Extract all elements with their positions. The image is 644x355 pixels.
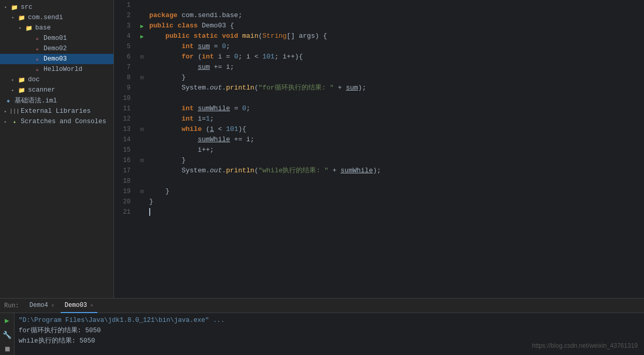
- code-line-4: public static void main(String[] args) {: [149, 31, 644, 41]
- run-tab-demo4[interactable]: Demo4 ✕: [25, 299, 59, 313]
- gutter-row: [137, 114, 147, 124]
- code-view[interactable]: 1 2 3 4 5 6 7 8 9 10 11 12 13 14 15 16 1…: [114, 0, 644, 298]
- folder-icon: 📁: [18, 76, 26, 84]
- sidebar-item-external-libraries[interactable]: ▸ ||| External Libraries: [0, 106, 113, 116]
- code-line-17: System.out.println("while执行的结果: " + sumW…: [149, 166, 644, 176]
- run-tab-bar: Run: Demo4 ✕ Demo03 ✕: [0, 299, 644, 313]
- code-editor: 1 2 3 4 5 6 7 8 9 10 11 12 13 14 15 16 1…: [114, 0, 644, 298]
- line-num: 16: [118, 155, 131, 166]
- code-line-9: System.out.println("for循环执行的结果: " + sum)…: [149, 83, 644, 93]
- java-icon: ☕: [33, 65, 41, 73]
- gutter-row-fold[interactable]: ⊟: [137, 52, 147, 62]
- gutter-row: [137, 145, 147, 155]
- settings-icon[interactable]: 🔧: [2, 330, 12, 340]
- java-icon: ☕: [33, 55, 41, 63]
- gutter-row: [137, 62, 147, 72]
- code-line-15: i++;: [149, 145, 644, 155]
- sidebar-item-scanner[interactable]: ▸ 📁 scanner: [0, 85, 113, 95]
- gutter-row: [137, 0, 147, 10]
- run-tab-demo03[interactable]: Demo03 ✕: [61, 299, 97, 313]
- gutter-row: [137, 207, 147, 217]
- run-output-line-2: for循环执行的结果: 5050: [19, 326, 640, 336]
- run-output-area: ▶ 🔧 ⏹ "D:\Program Files\Java\jdk1.8.0_12…: [0, 313, 644, 355]
- chevron-icon: ▸: [11, 87, 17, 93]
- fold-icon[interactable]: ⊟: [140, 126, 144, 132]
- code-line-3: public class Demo03 {: [149, 21, 644, 31]
- run-tab-demo03-label: Demo03: [65, 302, 87, 309]
- chevron-icon: ▾: [11, 15, 17, 20]
- gutter-row-run[interactable]: ▶: [137, 21, 147, 31]
- sidebar-item-doc[interactable]: ▸ 📁 doc: [0, 75, 113, 85]
- run-label: Run:: [4, 302, 19, 309]
- code-line-21: [149, 207, 644, 217]
- code-line-13: while (i < 101){: [149, 124, 644, 135]
- java-icon: ☕: [33, 45, 41, 53]
- run-controls: ▶ 🔧 ⏹: [0, 313, 15, 355]
- run-icon[interactable]: ▶: [140, 23, 144, 29]
- gutter-row-fold[interactable]: ⊟: [137, 72, 147, 83]
- folder-icon: 📁: [18, 86, 26, 94]
- chevron-icon: ▾: [4, 5, 9, 10]
- gutter: ▶ ▶ ⊟ ⊟ ⊟ ⊟ ⊟: [137, 0, 147, 298]
- sidebar-item-demo03[interactable]: ☕ Demo03: [0, 54, 113, 64]
- sidebar-item-label: scanner: [28, 86, 55, 94]
- code-line-10: [149, 93, 644, 103]
- sidebar-item-demo01[interactable]: ☕ Demo01: [0, 33, 113, 43]
- chevron-icon: ▸: [4, 119, 9, 124]
- line-num: 8: [118, 72, 131, 83]
- stop-icon[interactable]: ⏹: [2, 344, 12, 354]
- code-line-20: }: [149, 197, 644, 207]
- run-button[interactable]: ▶: [2, 315, 12, 326]
- line-num: 11: [118, 103, 131, 114]
- code-content[interactable]: package com.sendi.base; public class Dem…: [147, 0, 644, 298]
- sidebar-item-label: com.sendi: [28, 14, 63, 21]
- folder-icon: 📁: [18, 13, 26, 22]
- sidebar-item-label: src: [21, 4, 33, 11]
- line-num: 20: [118, 197, 131, 207]
- sidebar-item-demo02[interactable]: ☕ Demo02: [0, 43, 113, 54]
- code-line-7: sum += i;: [149, 62, 644, 72]
- fold-end-icon[interactable]: ⊟: [140, 75, 144, 81]
- run-tab-demo4-close[interactable]: ✕: [51, 302, 54, 308]
- gutter-row-run[interactable]: ▶: [137, 31, 147, 41]
- fold-icon[interactable]: ⊟: [140, 54, 144, 60]
- line-numbers: 1 2 3 4 5 6 7 8 9 10 11 12 13 14 15 16 1…: [114, 0, 137, 298]
- java-icon: ☕: [33, 34, 41, 42]
- sidebar-item-label: doc: [28, 76, 40, 83]
- code-line-8: }: [149, 72, 644, 83]
- line-num: 17: [118, 166, 131, 176]
- gutter-row: [137, 135, 147, 145]
- line-num: 3: [118, 21, 131, 31]
- folder-icon: 📁: [25, 24, 33, 32]
- fold-end-icon[interactable]: ⊟: [140, 157, 144, 164]
- sidebar-item-helloworld[interactable]: ☕ HelloWorld: [0, 64, 113, 75]
- file-tree: ▾ 📁 src ▾ 📁 com.sendi ▾ 📁 base ☕ Demo01 …: [0, 0, 114, 298]
- run-tab-demo03-close[interactable]: ✕: [90, 302, 93, 308]
- library-icon: |||: [10, 107, 19, 115]
- code-line-6: for (int i = 0; i < 101; i++){: [149, 52, 644, 62]
- sidebar-item-iml[interactable]: ◆ 基础语法.iml: [0, 95, 113, 106]
- run-icon[interactable]: ▶: [140, 33, 144, 40]
- sidebar-item-src[interactable]: ▾ 📁 src: [0, 2, 113, 12]
- sidebar-item-scratches[interactable]: ▸ ✦ Scratches and Consoles: [0, 116, 113, 127]
- gutter-row-fold[interactable]: ⊟: [137, 186, 147, 197]
- iml-icon: ◆: [4, 97, 12, 105]
- sidebar-item-label: HelloWorld: [44, 66, 82, 73]
- sidebar-item-base[interactable]: ▾ 📁 base: [0, 23, 113, 33]
- code-line-18: [149, 176, 644, 186]
- run-tab-demo4-label: Demo4: [30, 302, 48, 309]
- chevron-icon: ▸: [4, 109, 9, 114]
- gutter-row-fold[interactable]: ⊟: [137, 124, 147, 135]
- fold-end-icon[interactable]: ⊟: [140, 188, 144, 195]
- line-num: 13: [118, 124, 131, 135]
- gutter-row: [137, 93, 147, 103]
- sidebar-item-label: Demo01: [44, 35, 67, 42]
- sidebar-item-comsendi[interactable]: ▾ 📁 com.sendi: [0, 12, 113, 23]
- gutter-row-fold[interactable]: ⊟: [137, 155, 147, 166]
- chevron-icon: ▾: [19, 25, 24, 31]
- line-num: 18: [118, 176, 131, 186]
- sidebar-item-label: External Libraries: [21, 108, 91, 115]
- gutter-row: [137, 197, 147, 207]
- code-line-5: int sum = 0;: [149, 41, 644, 52]
- run-output-content: "D:\Program Files\Java\jdk1.8.0_121\bin\…: [15, 313, 644, 355]
